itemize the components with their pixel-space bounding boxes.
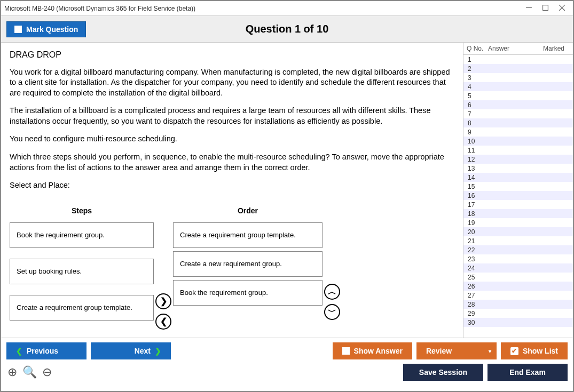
order-card[interactable]: Book the requirement group. [173, 280, 323, 306]
review-label: Review [426, 347, 452, 355]
col-marked: Marked [543, 45, 570, 52]
move-down-icon[interactable]: ﹀ [324, 304, 340, 320]
order-column: Order Create a requirement group templat… [173, 206, 323, 309]
question-row[interactable]: 27 [463, 291, 573, 300]
chevron-right-icon: ❯ [155, 347, 161, 355]
question-row[interactable]: 9 [463, 127, 573, 137]
question-row[interactable]: 25 [463, 273, 573, 282]
question-row[interactable]: 10 [463, 137, 573, 146]
question-number: 12 [468, 156, 485, 163]
question-number: 14 [468, 174, 485, 181]
show-answer-button[interactable]: Show Answer [333, 342, 412, 359]
question-row[interactable]: 13 [463, 164, 573, 173]
move-buttons: ❯ ❮ [154, 206, 173, 330]
question-number: 5 [468, 92, 485, 100]
steps-column: Steps Book the requirement group. Set up… [10, 206, 154, 331]
next-button[interactable]: Next ❯ [91, 342, 171, 359]
question-number: 13 [468, 165, 485, 172]
end-exam-button[interactable]: End Exam [487, 364, 568, 381]
question-row[interactable]: 3 [463, 73, 573, 82]
question-row[interactable]: 21 [463, 236, 573, 245]
question-content[interactable]: DRAG DROP You work for a digital billboa… [1, 43, 463, 338]
window-controls [525, 4, 570, 13]
question-row[interactable]: 14 [463, 173, 573, 182]
show-answer-label: Show Answer [354, 347, 403, 355]
question-row[interactable]: 29 [463, 309, 573, 318]
question-row[interactable]: 6 [463, 100, 573, 109]
question-row[interactable]: 15 [463, 182, 573, 191]
show-list-label: Show List [523, 347, 558, 355]
question-number: 28 [468, 301, 485, 308]
question-type: DRAG DROP [10, 49, 454, 61]
question-number: 15 [468, 183, 485, 190]
step-card[interactable]: Book the requirement group. [10, 222, 154, 248]
main-area: DRAG DROP You work for a digital billboa… [1, 43, 573, 338]
move-up-icon[interactable]: ︿ [324, 284, 340, 300]
save-session-button[interactable]: Save Session [403, 364, 483, 381]
question-list[interactable]: 1234567891011121314151617181920212223242… [463, 55, 573, 338]
question-row[interactable]: 5 [463, 91, 573, 100]
question-row[interactable]: 23 [463, 254, 573, 263]
step-card[interactable]: Create a requirement group template. [10, 295, 154, 321]
question-row[interactable]: 26 [463, 282, 573, 291]
move-right-icon[interactable]: ❯ [155, 293, 171, 309]
question-number: 18 [468, 210, 485, 218]
step-card[interactable]: Set up booking rules. [10, 259, 154, 284]
app-window: Microsoft MB-240 (Microsoft Dynamics 365… [0, 0, 574, 392]
mark-question-button[interactable]: Mark Question [6, 21, 86, 37]
drag-drop-area: Steps Book the requirement group. Set up… [10, 206, 454, 331]
question-number: 20 [468, 228, 485, 236]
question-row[interactable]: 18 [463, 209, 573, 218]
question-number: 9 [468, 129, 485, 136]
question-row[interactable]: 4 [463, 82, 573, 91]
question-row[interactable]: 17 [463, 200, 573, 209]
question-paragraph: Which three steps should you perform, in… [10, 152, 454, 173]
question-number: 7 [468, 110, 485, 118]
question-row[interactable]: 16 [463, 191, 573, 200]
zoom-out-icon[interactable]: ⊖ [42, 365, 52, 379]
question-number: 23 [468, 255, 485, 263]
sidebar-header: Q No. Answer Marked [463, 43, 573, 55]
titlebar: Microsoft MB-240 (Microsoft Dynamics 365… [1, 1, 573, 16]
move-left-icon[interactable]: ❮ [155, 314, 171, 330]
question-row[interactable]: 12 [463, 155, 573, 164]
question-number: 6 [468, 101, 485, 109]
question-number: 4 [468, 83, 485, 91]
question-row[interactable]: 24 [463, 263, 573, 273]
question-counter: Question 1 of 10 [246, 23, 329, 35]
question-number: 22 [468, 246, 485, 254]
question-row[interactable]: 2 [463, 64, 573, 73]
check-icon: ✔ [510, 347, 518, 355]
checkbox-icon [342, 347, 350, 355]
maximize-icon[interactable] [542, 4, 549, 13]
question-row[interactable]: 22 [463, 245, 573, 254]
question-paragraph: You need to configure multi-resource sch… [10, 134, 454, 145]
question-row[interactable]: 28 [463, 300, 573, 309]
order-card[interactable]: Create a requirement group template. [173, 222, 323, 248]
close-icon[interactable] [559, 4, 565, 13]
order-card[interactable]: Create a new requirement group. [173, 251, 323, 277]
show-list-button[interactable]: ✔ Show List [501, 342, 568, 359]
question-row[interactable]: 19 [463, 218, 573, 227]
question-row[interactable]: 8 [463, 118, 573, 127]
window-title: Microsoft MB-240 (Microsoft Dynamics 365… [4, 5, 195, 12]
question-row[interactable]: 20 [463, 227, 573, 236]
minimize-icon[interactable] [525, 4, 532, 13]
question-number: 30 [468, 319, 485, 326]
question-number: 26 [468, 283, 485, 290]
question-row[interactable]: 1 [463, 55, 573, 64]
question-number: 17 [468, 201, 485, 209]
previous-button[interactable]: ❮ Previous [6, 342, 87, 359]
question-row[interactable]: 7 [463, 109, 573, 118]
previous-label: Previous [27, 347, 58, 355]
question-row[interactable]: 30 [463, 318, 573, 327]
review-dropdown[interactable]: Review [416, 342, 497, 359]
end-exam-label: End Exam [509, 368, 546, 377]
question-number: 19 [468, 219, 485, 227]
question-row[interactable]: 11 [463, 146, 573, 155]
svg-rect-1 [543, 5, 548, 10]
chevron-left-icon: ❮ [16, 347, 22, 355]
zoom-reset-icon[interactable]: 🔍 [22, 365, 37, 379]
question-list-sidebar: Q No. Answer Marked 12345678910111213141… [463, 43, 573, 338]
zoom-in-icon[interactable]: ⊕ [7, 365, 17, 379]
